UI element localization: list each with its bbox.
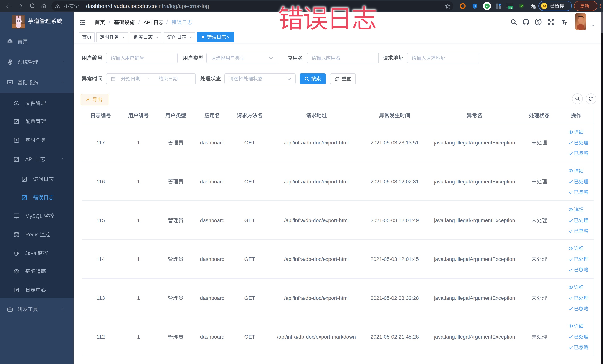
svg-text:on: on <box>509 7 512 9</box>
